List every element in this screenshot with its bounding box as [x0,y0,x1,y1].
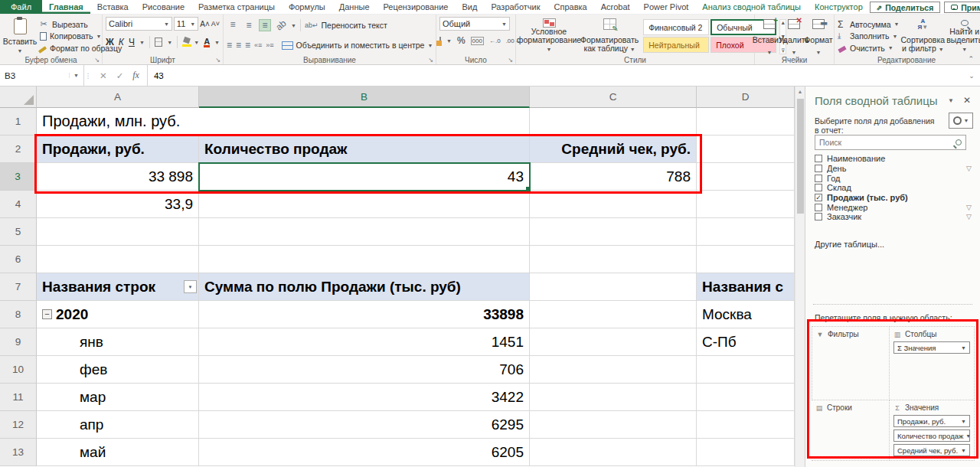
cell-B11[interactable]: 3422 [199,384,530,411]
number-dialog-launcher-icon[interactable]: ↘ [508,57,513,64]
field-checkbox[interactable] [815,204,822,211]
clipboard-dialog-launcher-icon[interactable]: ↘ [94,57,100,64]
cell-A1[interactable]: Продажи, млн. руб. [37,108,199,136]
cell-C7[interactable] [530,273,697,301]
field-checkbox[interactable] [815,213,822,220]
vertical-scrollbar[interactable]: ▲ [795,87,805,467]
name-box[interactable]: B3 ▼ [0,65,84,86]
tools-button[interactable]: ▼ [949,113,973,129]
style-item[interactable]: Нейтральный [643,37,709,53]
collapse-ribbon-icon[interactable]: ⌃ [968,55,974,63]
cell-B2[interactable]: Количество продаж [199,136,530,163]
cell-B1[interactable] [199,108,530,136]
row-header-8[interactable]: 8 [0,301,37,328]
tab-разметка-страницы[interactable]: Разметка страницы [191,0,282,14]
field-item-год[interactable]: Год [815,173,972,183]
clear-button[interactable]: Очистить▼ [838,42,899,54]
decrease-font-icon[interactable]: A˅ [211,20,220,28]
confirm-entry-icon[interactable]: ✓ [116,70,124,81]
tab-справка[interactable]: Справка [547,0,594,14]
number-format-select[interactable]: Общий▼ [439,17,510,31]
cell-A3[interactable]: 33 898 [37,163,199,191]
merge-center-button[interactable]: Объединить и поместить в центре▼ [282,41,433,50]
alignment-dialog-launcher-icon[interactable]: ↘ [428,57,433,64]
more-tables-link[interactable]: Другие таблицы... [815,240,884,249]
cell-C12[interactable] [530,411,697,439]
field-item-день[interactable]: День▽ [815,164,972,174]
cell-A6[interactable] [37,246,199,273]
font-name-select[interactable]: Calibri▼ [106,17,172,31]
cell-D10[interactable] [697,356,795,384]
increase-decimal-icon[interactable]: ←.0 [489,38,501,44]
row-header-7[interactable]: 7 [0,273,37,301]
row-header-9[interactable]: 9 [0,328,37,356]
pane-close-icon[interactable]: ✕ [963,95,971,106]
cell-C10[interactable] [530,356,697,384]
select-all-button[interactable] [0,87,37,108]
cell-C1[interactable] [530,108,697,136]
comma-format-icon[interactable]: 000 [471,37,484,45]
align-bottom-icon[interactable]: ≡ [259,19,271,31]
field-funnel-icon[interactable]: ▽ [966,204,972,211]
cell-A4[interactable]: 33,9 [37,191,199,218]
cell-D6[interactable] [697,246,795,273]
row-header-4[interactable]: 4 [0,191,37,218]
cell-C2[interactable]: Средний чек, руб. [530,136,697,163]
filters-area[interactable]: ▼Фильтры [812,326,890,400]
row-header-10[interactable]: 10 [0,356,37,384]
comments-button[interactable]: Примечания [944,2,980,13]
cell-D9[interactable]: С-Пб [697,328,795,356]
align-right-icon[interactable]: ≡ [245,39,250,51]
pivot-row-filter-icon[interactable]: ▼ [184,280,197,293]
columns-area[interactable]: ▥Столбцы Σ Значения▼ [890,326,975,400]
font-color-icon[interactable]: А [204,38,210,47]
pill-dropdown-icon[interactable]: ▼ [963,433,970,439]
format-cells-button[interactable]: ▂ Формат▼ [807,17,830,55]
insert-function-icon[interactable]: fx [132,70,139,81]
insert-cells-button[interactable]: + Вставить▼ [758,17,781,55]
cell-D12[interactable] [697,411,795,439]
row-header-12[interactable]: 12 [0,411,37,439]
cell-A9[interactable]: янв [37,328,199,356]
column-header-D[interactable]: D [697,87,795,108]
tab-рисование[interactable]: Рисование [136,0,191,14]
bold-button[interactable]: Ж [106,37,114,47]
cell-B7[interactable]: Сумма по полю Продажи (тыс. руб) [199,273,530,301]
align-left-icon[interactable]: ≡ [227,39,232,51]
field-search-input[interactable] [819,138,956,147]
field-item-наименование[interactable]: Наименование [815,154,972,164]
tab-данные[interactable]: Данные [332,0,377,14]
cell-A7[interactable]: Названия строк▼ [37,273,199,301]
style-item[interactable]: Финансовый 2 [643,19,709,35]
row-header-5[interactable]: 5 [0,218,37,246]
field-checkbox[interactable] [815,175,822,182]
paste-button[interactable]: Вставить ▼ [3,17,37,55]
cell-A10[interactable]: фев [37,356,199,384]
area-field-pill[interactable]: Средний чек, руб.▼ [893,444,970,456]
cell-C3[interactable]: 788 [530,163,697,191]
increase-font-icon[interactable]: A˄ [200,20,210,28]
cell-C8[interactable] [530,301,697,328]
cell-D2[interactable] [697,136,795,163]
cell-B9[interactable]: 1451 [199,328,530,356]
font-dialog-launcher-icon[interactable]: ↘ [215,57,220,64]
cell-C5[interactable] [530,218,697,246]
field-checkbox[interactable] [815,155,822,162]
conditional-formatting-button[interactable]: Условноеформатирование ▼ [519,17,579,55]
field-item-склад[interactable]: Склад [815,183,972,193]
field-checkbox[interactable] [815,184,822,191]
area-field-pill[interactable]: Σ Значения▼ [893,341,970,354]
field-funnel-icon[interactable]: ▽ [966,165,972,172]
scroll-up-icon[interactable]: ▲ [795,87,805,96]
share-button[interactable]: ⇗ Поделиться [870,2,941,13]
orientation-icon[interactable]: ab [273,17,290,34]
pill-dropdown-icon[interactable]: ▼ [959,345,966,351]
cell-C9[interactable] [530,328,697,356]
cell-A12[interactable]: апр [37,411,199,439]
row-header-1[interactable]: 1 [0,108,37,136]
fill-color-icon[interactable] [182,38,189,47]
row-header-2[interactable]: 2 [0,136,37,163]
sort-filter-button[interactable]: АЯ▼ Сортировкаи фильтр ▼ [900,17,945,55]
align-top-icon[interactable]: ≡ [227,19,239,31]
cell-C13[interactable] [530,439,697,466]
